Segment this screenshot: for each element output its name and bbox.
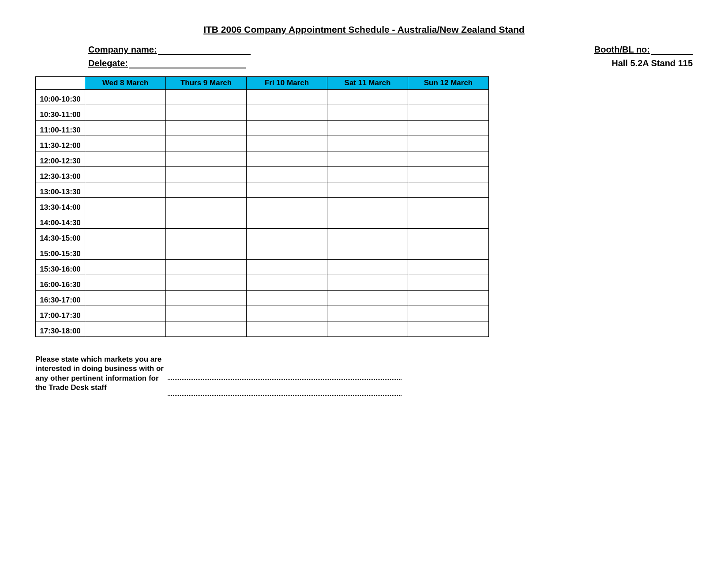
schedule-cell[interactable]	[85, 291, 166, 306]
booth-input-line[interactable]	[651, 45, 693, 55]
schedule-cell[interactable]	[166, 306, 247, 321]
schedule-cell[interactable]	[166, 182, 247, 198]
schedule-cell[interactable]	[85, 244, 166, 260]
schedule-cell[interactable]	[166, 136, 247, 151]
schedule-cell[interactable]	[247, 291, 327, 306]
timeslot-label: 13:00-13:30	[36, 182, 85, 198]
schedule-cell[interactable]	[85, 151, 166, 167]
schedule-cell[interactable]	[166, 121, 247, 136]
schedule-cell[interactable]	[408, 90, 489, 105]
schedule-cell[interactable]	[166, 90, 247, 105]
schedule-cell[interactable]	[85, 321, 166, 337]
schedule-cell[interactable]	[247, 136, 327, 151]
schedule-cell[interactable]	[327, 306, 408, 321]
schedule-cell[interactable]	[327, 105, 408, 121]
schedule-cell[interactable]	[408, 198, 489, 213]
footer-input-line-1[interactable]	[168, 379, 402, 380]
schedule-cell[interactable]	[85, 213, 166, 229]
schedule-cell[interactable]	[408, 136, 489, 151]
schedule-cell[interactable]	[247, 121, 327, 136]
schedule-cell[interactable]	[166, 275, 247, 291]
schedule-body: 10:00-10:30 10:30-11:00 11:00-11:30 11:3…	[36, 90, 489, 337]
schedule-cell[interactable]	[85, 275, 166, 291]
schedule-cell[interactable]	[327, 244, 408, 260]
schedule-row: 15:00-15:30	[36, 244, 489, 260]
schedule-cell[interactable]	[408, 151, 489, 167]
schedule-cell[interactable]	[327, 260, 408, 275]
schedule-cell[interactable]	[247, 182, 327, 198]
delegate-input-line[interactable]	[129, 59, 246, 68]
schedule-cell[interactable]	[247, 229, 327, 244]
schedule-cell[interactable]	[408, 213, 489, 229]
schedule-cell[interactable]	[408, 321, 489, 337]
schedule-cell[interactable]	[408, 121, 489, 136]
schedule-cell[interactable]	[85, 260, 166, 275]
schedule-cell[interactable]	[166, 198, 247, 213]
schedule-cell[interactable]	[166, 167, 247, 182]
schedule-cell[interactable]	[247, 213, 327, 229]
schedule-cell[interactable]	[408, 260, 489, 275]
schedule-cell[interactable]	[85, 182, 166, 198]
schedule-cell[interactable]	[166, 260, 247, 275]
schedule-cell[interactable]	[247, 244, 327, 260]
schedule-cell[interactable]	[166, 244, 247, 260]
schedule-cell[interactable]	[327, 167, 408, 182]
schedule-cell[interactable]	[247, 321, 327, 337]
schedule-cell[interactable]	[408, 306, 489, 321]
schedule-row: 14:00-14:30	[36, 213, 489, 229]
schedule-cell[interactable]	[327, 182, 408, 198]
schedule-cell[interactable]	[327, 90, 408, 105]
schedule-cell[interactable]	[247, 260, 327, 275]
schedule-cell[interactable]	[166, 151, 247, 167]
schedule-cell[interactable]	[327, 198, 408, 213]
timeslot-label: 15:00-15:30	[36, 244, 85, 260]
footer-input-line-2[interactable]	[168, 395, 402, 396]
schedule-cell[interactable]	[247, 198, 327, 213]
schedule-cell[interactable]	[247, 167, 327, 182]
schedule-cell[interactable]	[327, 321, 408, 337]
schedule-cell[interactable]	[327, 229, 408, 244]
schedule-row: 13:30-14:00	[36, 198, 489, 213]
schedule-cell[interactable]	[327, 151, 408, 167]
schedule-cell[interactable]	[408, 291, 489, 306]
schedule-cell[interactable]	[85, 229, 166, 244]
schedule-cell[interactable]	[85, 198, 166, 213]
schedule-cell[interactable]	[408, 275, 489, 291]
schedule-cell[interactable]	[166, 105, 247, 121]
schedule-cell[interactable]	[408, 182, 489, 198]
timeslot-label: 14:30-15:00	[36, 229, 85, 244]
schedule-cell[interactable]	[166, 321, 247, 337]
schedule-cell[interactable]	[247, 275, 327, 291]
schedule-cell[interactable]	[327, 275, 408, 291]
schedule-cell[interactable]	[85, 90, 166, 105]
schedule-cell[interactable]	[166, 291, 247, 306]
schedule-cell[interactable]	[408, 105, 489, 121]
location-field: Hall 5.2A Stand 115	[525, 58, 693, 68]
schedule-cell[interactable]	[85, 136, 166, 151]
schedule-cell[interactable]	[327, 213, 408, 229]
timeslot-label: 10:30-11:00	[36, 105, 85, 121]
timeslot-label: 14:00-14:30	[36, 213, 85, 229]
schedule-cell[interactable]	[408, 244, 489, 260]
schedule-cell[interactable]	[247, 151, 327, 167]
schedule-cell[interactable]	[408, 167, 489, 182]
schedule-cell[interactable]	[408, 229, 489, 244]
schedule-cell[interactable]	[327, 121, 408, 136]
schedule-cell[interactable]	[85, 306, 166, 321]
schedule-cell[interactable]	[327, 136, 408, 151]
company-label: Company name:	[88, 45, 157, 55]
schedule-cell[interactable]	[247, 306, 327, 321]
schedule-cell[interactable]	[85, 105, 166, 121]
schedule-cell[interactable]	[85, 121, 166, 136]
company-input-line[interactable]	[158, 45, 251, 55]
schedule-row: 13:00-13:30	[36, 182, 489, 198]
schedule-cell[interactable]	[166, 213, 247, 229]
schedule-cell[interactable]	[166, 229, 247, 244]
schedule-cell[interactable]	[247, 90, 327, 105]
schedule-cell[interactable]	[85, 167, 166, 182]
schedule-cell[interactable]	[327, 291, 408, 306]
timeslot-label: 17:00-17:30	[36, 306, 85, 321]
schedule-header-row: Wed 8 March Thurs 9 March Fri 10 March S…	[36, 77, 489, 90]
schedule-cell[interactable]	[247, 105, 327, 121]
schedule-row: 11:30-12:00	[36, 136, 489, 151]
